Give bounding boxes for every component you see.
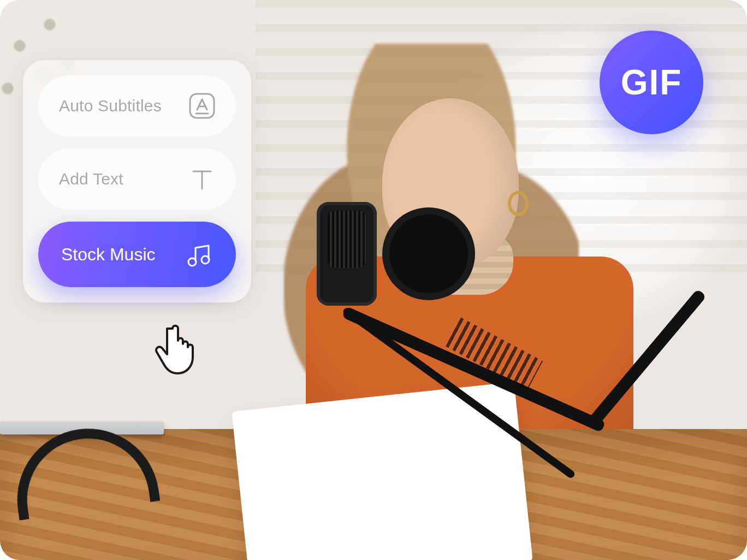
option-label: Stock Music — [61, 245, 155, 265]
svg-point-5 — [188, 258, 196, 266]
option-label: Auto Subtitles — [59, 97, 162, 115]
option-label: Add Text — [59, 170, 123, 188]
add-text-button[interactable]: Add Text — [38, 148, 236, 210]
svg-point-6 — [201, 256, 209, 264]
text-icon — [187, 164, 217, 194]
options-panel: Auto Subtitles Add Text S — [23, 60, 251, 302]
music-note-icon — [185, 239, 215, 270]
gif-badge: GIF — [600, 31, 703, 134]
promo-canvas: GIF Auto Subtitles Add Text — [0, 0, 747, 560]
subtitles-icon — [187, 91, 217, 121]
stock-music-button[interactable]: Stock Music — [38, 222, 236, 287]
auto-subtitles-button[interactable]: Auto Subtitles — [38, 75, 236, 136]
gif-badge-label: GIF — [621, 62, 683, 103]
